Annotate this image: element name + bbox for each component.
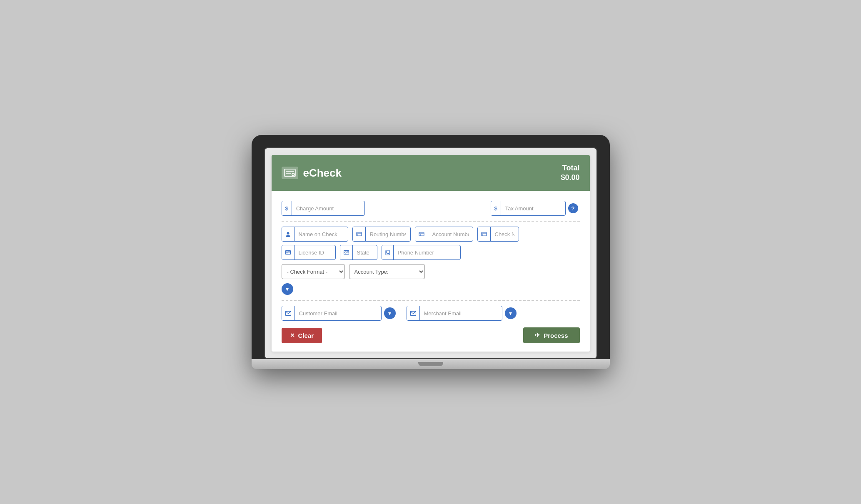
email-section: ▾ ▾	[282, 306, 580, 321]
tax-amount-input[interactable]	[501, 205, 565, 212]
action-row: ✕ Clear ✈ Process	[282, 327, 580, 343]
app-container: eCheck Total $0.00 $ $	[272, 155, 590, 352]
license-icon	[282, 245, 294, 259]
name-icon	[282, 227, 294, 241]
tax-help-icon[interactable]: ?	[568, 203, 578, 213]
svg-point-3	[292, 173, 294, 176]
app-header: eCheck Total $0.00	[272, 155, 590, 191]
routing-number-group	[352, 227, 411, 242]
total-value: $0.00	[561, 173, 579, 182]
name-on-check-group	[282, 227, 348, 242]
header-total: Total $0.00	[561, 163, 579, 183]
check-number-group	[477, 227, 519, 242]
account-type-select[interactable]: Account Type: Checking Savings	[349, 264, 424, 279]
state-icon	[340, 245, 353, 259]
tax-amount-group: $	[491, 201, 566, 216]
account-type-group: Account Type: Checking Savings	[349, 264, 425, 279]
contact-row	[282, 245, 580, 260]
check-number-input[interactable]	[491, 231, 519, 237]
customer-email-wrapper: ▾	[282, 306, 396, 321]
charge-currency-prefix: $	[282, 201, 292, 215]
echeck-icon	[282, 167, 298, 179]
process-label: Process	[544, 332, 568, 339]
expand-button[interactable]: ▾	[282, 283, 293, 295]
dropdowns-row: - Check Format - Personal Check Business…	[282, 264, 580, 279]
customer-email-icon	[282, 306, 295, 320]
form-area: $ $ ?	[272, 191, 590, 352]
expand-row: ▾	[282, 283, 580, 295]
customer-email-input[interactable]	[295, 310, 381, 317]
phone-icon	[382, 245, 394, 259]
clear-button[interactable]: ✕ Clear	[282, 328, 322, 343]
license-id-group	[282, 245, 336, 260]
divider-1	[282, 221, 580, 222]
check-format-group: - Check Format - Personal Check Business…	[282, 264, 345, 279]
svg-rect-6	[357, 232, 362, 236]
routing-number-input[interactable]	[366, 231, 410, 237]
clear-label: Clear	[298, 332, 314, 339]
name-on-check-input[interactable]	[294, 231, 348, 237]
laptop-notch	[418, 362, 443, 366]
phone-number-input[interactable]	[394, 250, 460, 256]
laptop-screen: eCheck Total $0.00 $ $	[264, 147, 597, 359]
merchant-email-input[interactable]	[420, 310, 502, 317]
merchant-email-icon	[407, 306, 420, 320]
process-icon: ✈	[535, 332, 540, 339]
state-group	[340, 245, 377, 260]
svg-point-4	[287, 232, 289, 235]
clear-icon: ✕	[290, 332, 295, 339]
svg-point-20	[344, 252, 346, 253]
laptop-shell: eCheck Total $0.00 $ $	[252, 135, 610, 369]
amounts-row: $ $ ?	[282, 201, 580, 216]
routing-icon	[353, 227, 366, 241]
customer-email-expand[interactable]: ▾	[384, 307, 396, 319]
state-input[interactable]	[353, 250, 377, 256]
merchant-email-group	[407, 306, 502, 321]
laptop-base	[252, 359, 610, 369]
divider-2	[282, 300, 580, 301]
svg-point-5	[286, 235, 290, 237]
svg-rect-12	[482, 232, 487, 236]
merchant-email-wrapper: ▾	[407, 306, 517, 321]
process-button[interactable]: ✈ Process	[523, 327, 579, 343]
tax-currency-prefix: $	[491, 201, 501, 215]
merchant-email-expand[interactable]: ▾	[505, 307, 517, 319]
checkno-icon	[478, 227, 491, 241]
check-details-row	[282, 227, 580, 242]
svg-rect-9	[419, 232, 424, 236]
account-number-input[interactable]	[428, 231, 473, 237]
app-title: eCheck	[303, 167, 342, 180]
phone-number-group	[382, 245, 461, 260]
check-format-select[interactable]: - Check Format - Personal Check Business…	[282, 264, 344, 279]
tax-amount-wrapper: $ ?	[491, 201, 580, 216]
charge-amount-input[interactable]	[292, 205, 364, 212]
charge-amount-group: $	[282, 201, 365, 216]
total-label: Total	[561, 163, 579, 173]
license-id-input[interactable]	[294, 250, 335, 256]
account-number-group	[415, 227, 473, 242]
header-left: eCheck	[282, 167, 342, 180]
svg-point-16	[286, 252, 288, 253]
customer-email-group	[282, 306, 382, 321]
account-icon	[415, 227, 428, 241]
